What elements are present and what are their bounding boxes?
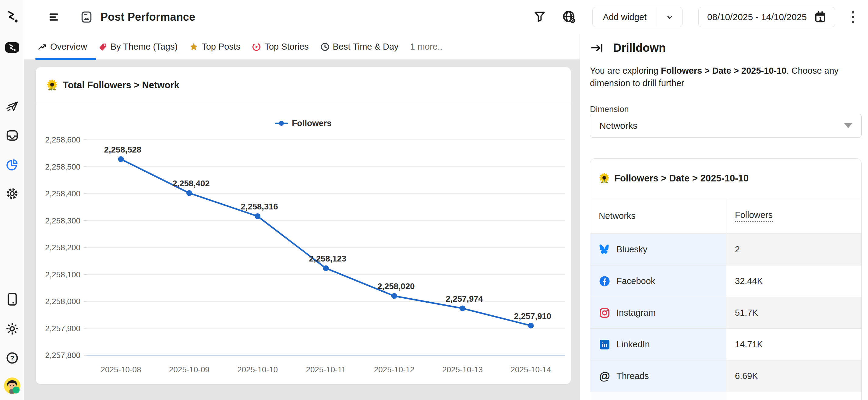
select-caret-icon [844, 123, 852, 128]
dimension-value: Networks [599, 121, 638, 131]
brand-logo-icon[interactable] [5, 10, 19, 24]
table-row-instagram[interactable]: Instagram 51.7K [590, 297, 861, 329]
help-icon[interactable]: ? [5, 351, 19, 365]
drilldown-card-header: Followers > Date > 2025-10-10 [590, 159, 861, 198]
x-axis-labels: 2025-10-082025-10-092025-10-102025-10-11… [101, 365, 551, 374]
drilldown-panel: Drilldown You are exploring Followers > … [580, 34, 868, 400]
tab-label: 1 more.. [410, 42, 442, 52]
tab-by-theme[interactable]: By Theme (Tags) [99, 42, 178, 52]
main-content: Total Followers > Network Followers 2,25… [24, 60, 580, 400]
svg-text:2025-10-08: 2025-10-08 [101, 365, 141, 374]
network-label: Threads [616, 371, 649, 381]
chevron-down-icon [665, 12, 674, 22]
analytics-pie-icon[interactable] [5, 158, 19, 171]
dimension-select[interactable]: Networks [590, 114, 862, 138]
add-widget-button: Add widget [592, 7, 683, 27]
data-point [118, 156, 124, 162]
table-row-threads[interactable]: @Threads 6.69K [590, 360, 861, 392]
svg-text:2,258,020: 2,258,020 [377, 281, 414, 291]
trend-icon [38, 43, 47, 51]
data-point [323, 265, 329, 271]
globe-link-icon[interactable] [562, 10, 577, 24]
followers-value: 32.44K [726, 265, 861, 297]
svg-text:2,258,600: 2,258,600 [45, 135, 81, 144]
table-row-linkedin[interactable]: inLinkedIn 14.71K [590, 329, 861, 360]
date-range-button[interactable]: 08/10/2025 - 14/10/2025 1 [699, 7, 835, 27]
line-chart[interactable]: 2,257,8002,257,9002,258,0002,258,1002,25… [36, 103, 571, 384]
svg-text:in: in [602, 341, 607, 348]
data-point [186, 190, 192, 196]
svg-text:2,257,900: 2,257,900 [45, 324, 81, 333]
report-icon [80, 11, 93, 24]
table-row-bluesky[interactable]: Bluesky 2 [590, 233, 861, 265]
tab-overview[interactable]: Overview [38, 42, 87, 52]
followers-value: 14.71K [726, 329, 861, 360]
drilldown-title: Drilldown [613, 41, 666, 55]
dimension-label: Dimension [590, 105, 629, 114]
star-icon [189, 42, 198, 52]
mobile-preview-icon[interactable] [6, 293, 18, 306]
instagram-icon [599, 307, 610, 319]
svg-text:2,258,500: 2,258,500 [45, 162, 81, 171]
svg-text:2,257,910: 2,257,910 [514, 311, 551, 321]
svg-text:2025-10-12: 2025-10-12 [374, 365, 414, 374]
network-label: LinkedIn [616, 339, 650, 349]
date-range-text: 08/10/2025 - 14/10/2025 [707, 12, 807, 22]
tab-best-time[interactable]: Best Time & Day [320, 42, 399, 52]
svg-text:2025-10-09: 2025-10-09 [169, 365, 210, 374]
svg-text:2,258,316: 2,258,316 [241, 202, 278, 211]
linkedin-icon: in [599, 339, 610, 351]
tab-label: By Theme (Tags) [111, 42, 178, 52]
drilldown-description: You are exploring Followers > Date > 202… [590, 65, 864, 90]
clock-icon [320, 42, 330, 52]
drilldown-card-title: Followers > Date > 2025-10-10 [614, 173, 749, 184]
sunflower-icon [46, 79, 58, 91]
drilldown-header: Drilldown [590, 41, 666, 55]
chart-widget-card: Total Followers > Network Followers 2,25… [36, 67, 571, 384]
svg-text:?: ? [10, 354, 14, 362]
svg-text:2,258,123: 2,258,123 [309, 254, 346, 263]
svg-text:2,258,528: 2,258,528 [104, 145, 141, 154]
y-axis-labels: 2,257,8002,257,9002,258,0002,258,1002,25… [45, 135, 81, 360]
threads-icon: @ [599, 370, 610, 382]
data-point [255, 213, 260, 219]
tab-more[interactable]: 1 more.. [410, 42, 442, 52]
followers-value: 6.69K [726, 360, 861, 392]
inbox-icon[interactable] [6, 129, 19, 142]
network-label: Instagram [616, 308, 656, 318]
settings-gear-icon[interactable] [5, 187, 19, 200]
svg-text:2,258,200: 2,258,200 [45, 243, 81, 252]
data-point [460, 306, 465, 311]
chart-gridlines [84, 140, 565, 355]
tag-icon [99, 43, 107, 51]
sunflower-icon [599, 173, 610, 184]
tab-label: Top Stories [265, 42, 309, 52]
table-row-facebook[interactable]: Facebook 32.44K [590, 265, 861, 297]
brightness-icon[interactable] [5, 322, 19, 335]
tab-top-posts[interactable]: Top Posts [189, 42, 240, 52]
workspace-badge[interactable] [5, 42, 20, 53]
tab-label: Top Posts [202, 42, 240, 52]
data-point [391, 293, 397, 299]
add-widget-label[interactable]: Add widget [593, 7, 657, 27]
network-label: Bluesky [616, 244, 648, 255]
table-row-partial [590, 392, 861, 400]
kebab-menu-icon[interactable] [851, 10, 855, 24]
tab-label: Overview [50, 42, 87, 52]
data-point [528, 323, 534, 329]
column-header-networks[interactable]: Networks [590, 198, 726, 233]
followers-value: 51.7K [726, 297, 861, 329]
svg-text:2,258,400: 2,258,400 [45, 189, 81, 198]
hamburger-menu-icon[interactable] [48, 12, 60, 22]
network-label: Facebook [616, 276, 655, 286]
user-avatar[interactable] [3, 377, 21, 395]
tab-top-stories[interactable]: Top Stories [252, 42, 309, 52]
drilldown-table-card: Followers > Date > 2025-10-10 Networks F… [590, 158, 862, 400]
column-header-followers[interactable]: Followers [726, 198, 861, 233]
left-sidebar: ? [0, 0, 24, 400]
add-widget-dropdown[interactable] [657, 7, 682, 27]
filter-icon[interactable] [533, 10, 546, 24]
tab-bar: Overview By Theme (Tags) Top Posts Top S… [24, 34, 580, 60]
send-icon[interactable] [6, 100, 19, 113]
play-circle-icon [252, 42, 261, 52]
